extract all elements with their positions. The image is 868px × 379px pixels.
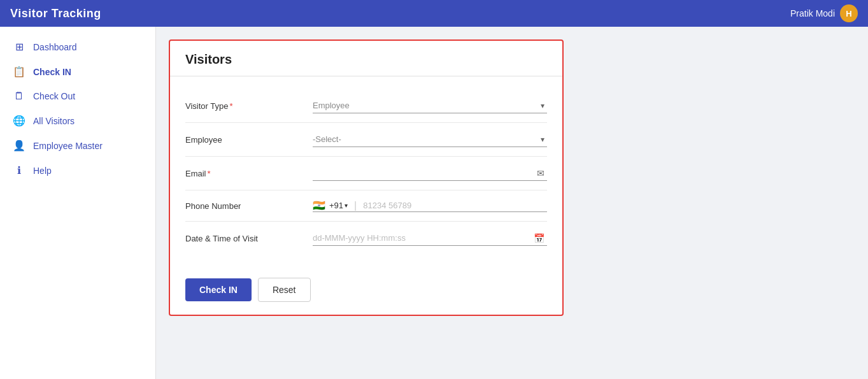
email-row: Email* ✉: [185, 157, 547, 190]
sidebar-item-allvisitors[interactable]: 🌐 All Visitors: [0, 108, 155, 133]
sidebar-item-checkin[interactable]: 📋 Check IN: [0, 59, 155, 84]
employeemaster-icon: 👤: [13, 139, 25, 152]
user-info: Pratik Modi H: [790, 4, 858, 22]
visitor-type-control: Employee Guest Contractor ▾: [313, 98, 547, 113]
checkin-icon: 📋: [13, 66, 25, 78]
sidebar-item-dashboard[interactable]: ⊞ Dashboard: [0, 34, 155, 59]
sidebar-label-help: Help: [33, 166, 52, 176]
datetime-label: Date & Time of Visit: [185, 234, 313, 243]
datetime-row: Date & Time of Visit 📅: [185, 222, 547, 255]
form-body: Visitor Type* Employee Guest Contractor …: [170, 76, 562, 268]
dashboard-icon: ⊞: [13, 41, 25, 53]
email-label: Email*: [185, 169, 313, 178]
email-input-wrapper: ✉: [313, 166, 547, 181]
visitor-type-select-wrapper: Employee Guest Contractor ▾: [313, 98, 547, 113]
sidebar-label-dashboard: Dashboard: [33, 42, 77, 52]
employee-select-wrapper: -Select- ▾: [313, 132, 547, 147]
phone-code-chevron-icon: ▾: [345, 202, 348, 209]
sidebar-item-help[interactable]: ℹ Help: [0, 158, 155, 183]
email-icon: ✉: [537, 168, 544, 178]
email-required: *: [208, 169, 211, 178]
reset-button[interactable]: Reset: [258, 278, 311, 302]
sidebar-label-checkin: Check IN: [33, 67, 71, 77]
phone-country-code: +91 ▾: [329, 201, 348, 210]
sidebar-label-employeemaster: Employee Master: [33, 141, 103, 151]
visitors-form-card: Visitors Visitor Type* Employee Guest Co…: [169, 39, 564, 316]
sidebar-label-checkout: Check Out: [33, 91, 75, 101]
app-title: Visitor Tracking: [10, 7, 101, 20]
main-layout: ⊞ Dashboard 📋 Check IN 🗒 Check Out 🌐 All…: [0, 27, 868, 379]
calendar-icon: 📅: [534, 233, 544, 243]
sidebar-item-checkout[interactable]: 🗒 Check Out: [0, 84, 155, 108]
employee-control: -Select- ▾: [313, 132, 547, 147]
employee-label: Employee: [185, 135, 313, 145]
datetime-input[interactable]: [313, 231, 547, 246]
phone-input[interactable]: [363, 201, 547, 210]
help-icon: ℹ: [13, 164, 25, 176]
email-control: ✉: [313, 166, 547, 181]
app-header: Visitor Tracking Pratik Modi H: [0, 0, 868, 27]
employee-row: Employee -Select- ▾: [185, 123, 547, 157]
sidebar-item-employeemaster[interactable]: 👤 Employee Master: [0, 133, 155, 158]
form-title: Visitors: [170, 41, 562, 76]
checkin-button[interactable]: Check IN: [185, 278, 252, 301]
employee-select[interactable]: -Select-: [313, 132, 547, 147]
user-name: Pratik Modi: [790, 8, 835, 18]
phone-wrapper: 🇮🇳 +91 ▾ |: [313, 199, 547, 212]
sidebar-label-allvisitors: All Visitors: [33, 116, 75, 126]
avatar: H: [840, 4, 858, 22]
checkout-icon: 🗒: [13, 90, 25, 102]
visitor-type-required: *: [229, 101, 232, 111]
datetime-control: 📅: [313, 231, 547, 246]
allvisitors-icon: 🌐: [13, 115, 25, 127]
datetime-input-wrapper: 📅: [313, 231, 547, 246]
form-footer: Check IN Reset: [170, 268, 562, 315]
visitor-type-row: Visitor Type* Employee Guest Contractor …: [185, 89, 547, 123]
sidebar: ⊞ Dashboard 📋 Check IN 🗒 Check Out 🌐 All…: [0, 27, 156, 379]
phone-control: 🇮🇳 +91 ▾ |: [313, 199, 547, 212]
phone-flag-icon: 🇮🇳: [313, 199, 325, 211]
phone-label: Phone Number: [185, 201, 313, 211]
main-content: Visitors Visitor Type* Employee Guest Co…: [156, 27, 868, 379]
phone-divider: |: [354, 200, 357, 211]
visitor-type-select[interactable]: Employee Guest Contractor: [313, 98, 547, 113]
email-input[interactable]: [313, 166, 547, 181]
phone-row: Phone Number 🇮🇳 +91 ▾ |: [185, 190, 547, 222]
visitor-type-label: Visitor Type*: [185, 101, 313, 111]
